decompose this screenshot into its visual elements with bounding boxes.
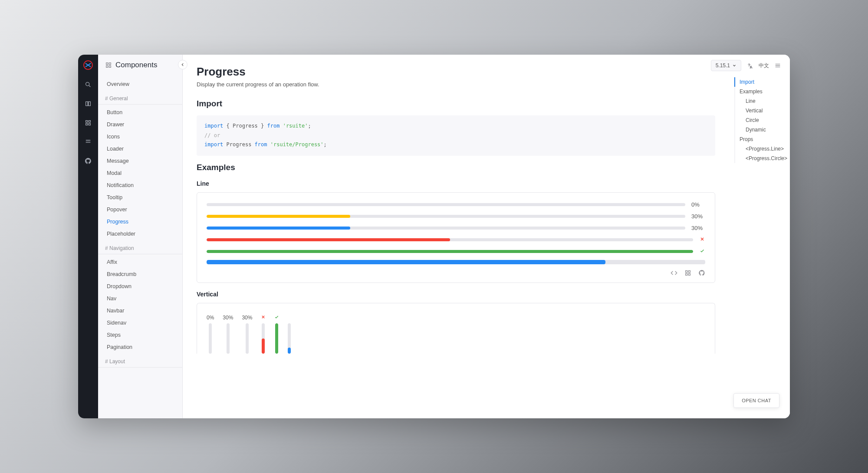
sidebar-nav: Overview # GeneralButtonDrawerIconsLoade… [98, 76, 182, 378]
components-icon[interactable] [83, 118, 93, 128]
progress-vertical: 30% [242, 315, 252, 354]
toc-item[interactable]: Props [734, 135, 785, 144]
guide-icon[interactable] [83, 99, 93, 108]
toc-item[interactable]: Import [734, 77, 785, 87]
close-icon [261, 315, 266, 321]
view-code-icon[interactable] [671, 269, 677, 276]
sidebar-item-overview[interactable]: Overview [98, 78, 182, 90]
sidebar-item-breadcrumb[interactable]: Breadcrumb [98, 268, 182, 280]
menu-icon[interactable] [773, 61, 782, 70]
progress-vertical [261, 315, 266, 354]
sidebar-item-popover[interactable]: Popover [98, 204, 182, 216]
toc-item[interactable]: Circle [734, 115, 785, 125]
search-icon[interactable] [83, 80, 93, 89]
sidebar-collapse-button[interactable] [178, 60, 187, 69]
heading-line: Line [197, 180, 715, 187]
github-link-icon[interactable] [698, 269, 705, 276]
github-icon[interactable] [83, 156, 93, 166]
progress-label: 30% [691, 225, 705, 231]
svg-rect-11 [686, 270, 687, 272]
version-label: 5.15.1 [716, 62, 730, 69]
toc-item[interactable]: Examples [734, 87, 785, 96]
page-title: Progress [197, 65, 715, 79]
page-description: Display the current progress of an opera… [197, 81, 715, 88]
tools-icon[interactable] [83, 137, 93, 147]
rsuite-logo-icon[interactable] [83, 60, 93, 70]
sidebar-item-loader[interactable]: Loader [98, 143, 182, 155]
toc-item[interactable]: <Progress.Line> [734, 144, 785, 154]
translate-icon[interactable] [746, 61, 754, 70]
version-dropdown[interactable]: 5.15.1 [711, 60, 741, 71]
sidebar-section-label: # Layout [98, 353, 182, 368]
sidebar-item-navbar[interactable]: Navbar [98, 305, 182, 317]
content: Progress Display the current progress of… [183, 55, 729, 418]
progress-vertical: 30% [223, 315, 233, 354]
sidebar-item-icons[interactable]: Icons [98, 131, 182, 143]
open-chat-button[interactable]: OPEN CHAT [733, 393, 779, 408]
progress-label: 0% [207, 315, 214, 321]
progress-line: 0% [207, 201, 705, 208]
sidebar-item-dropdown[interactable]: Dropdown [98, 280, 182, 292]
progress-line [207, 248, 705, 255]
svg-rect-8 [109, 63, 111, 65]
sidebar-item-affix[interactable]: Affix [98, 256, 182, 268]
svg-rect-10 [109, 66, 111, 67]
chevron-down-icon [732, 63, 736, 68]
grid-icon [105, 62, 112, 69]
example-box-vertical: 0%30%30% [197, 303, 715, 354]
svg-rect-9 [106, 66, 108, 67]
svg-rect-7 [106, 63, 108, 65]
sidebar-item-button[interactable]: Button [98, 106, 182, 118]
toc-item[interactable]: <Progress.Circle> [734, 154, 785, 163]
sidebar-item-placeholder[interactable]: Placeholder [98, 228, 182, 240]
check-icon [274, 315, 279, 321]
svg-rect-4 [89, 121, 90, 122]
sidebar-item-sidenav[interactable]: Sidenav [98, 317, 182, 329]
sidebar-item-steps[interactable]: Steps [98, 329, 182, 341]
progress-vertical [288, 315, 291, 354]
svg-rect-12 [688, 270, 690, 272]
sidebar-item-tooltip[interactable]: Tooltip [98, 191, 182, 204]
svg-rect-13 [686, 273, 687, 275]
toc-item[interactable]: Dynamic [734, 125, 785, 135]
toc-item[interactable]: Line [734, 96, 785, 106]
sidebar-item-progress[interactable]: Progress [98, 216, 182, 228]
progress-label: 0% [691, 201, 705, 208]
progress-vertical: 0% [207, 315, 214, 354]
codesandbox-icon[interactable] [684, 269, 691, 276]
svg-line-2 [89, 85, 90, 87]
heading-examples: Examples [197, 163, 715, 172]
svg-rect-14 [688, 273, 690, 275]
sidebar-item-drawer[interactable]: Drawer [98, 118, 182, 131]
sidebar-item-pagination[interactable]: Pagination [98, 341, 182, 353]
svg-rect-3 [86, 121, 88, 122]
progress-vertical [274, 315, 279, 354]
table-of-contents: ImportExamplesLineVerticalCircleDynamicP… [729, 55, 790, 418]
svg-rect-6 [89, 123, 90, 125]
check-icon [699, 248, 705, 255]
progress-label: 30% [223, 315, 233, 321]
sidebar-section-label: # General [98, 90, 182, 105]
sidebar-item-modal[interactable]: Modal [98, 167, 182, 179]
example-toolbar [207, 269, 705, 276]
sidebar-item-nav[interactable]: Nav [98, 292, 182, 305]
sidebar-header: Components [98, 55, 182, 76]
icon-bar [78, 55, 98, 418]
progress-line [207, 260, 705, 264]
svg-point-1 [86, 82, 89, 86]
progress-line: 30% [207, 213, 705, 220]
app-window: Components Overview # GeneralButtonDrawe… [78, 55, 790, 418]
progress-line: 30% [207, 225, 705, 231]
sidebar-item-notification[interactable]: Notification [98, 179, 182, 191]
main: Progress Display the current progress of… [183, 55, 790, 418]
close-icon [699, 236, 705, 243]
progress-label: 30% [242, 315, 252, 321]
heading-import: Import [197, 99, 715, 108]
language-switch[interactable]: 中文 [759, 62, 769, 69]
toc-item[interactable]: Vertical [734, 106, 785, 115]
sidebar: Components Overview # GeneralButtonDrawe… [98, 55, 183, 418]
chevron-left-icon [181, 62, 185, 67]
topbar: 5.15.1 中文 [711, 60, 782, 71]
code-block-import: import { Progress } from 'rsuite'; // or… [197, 115, 715, 156]
sidebar-item-message[interactable]: Message [98, 155, 182, 167]
